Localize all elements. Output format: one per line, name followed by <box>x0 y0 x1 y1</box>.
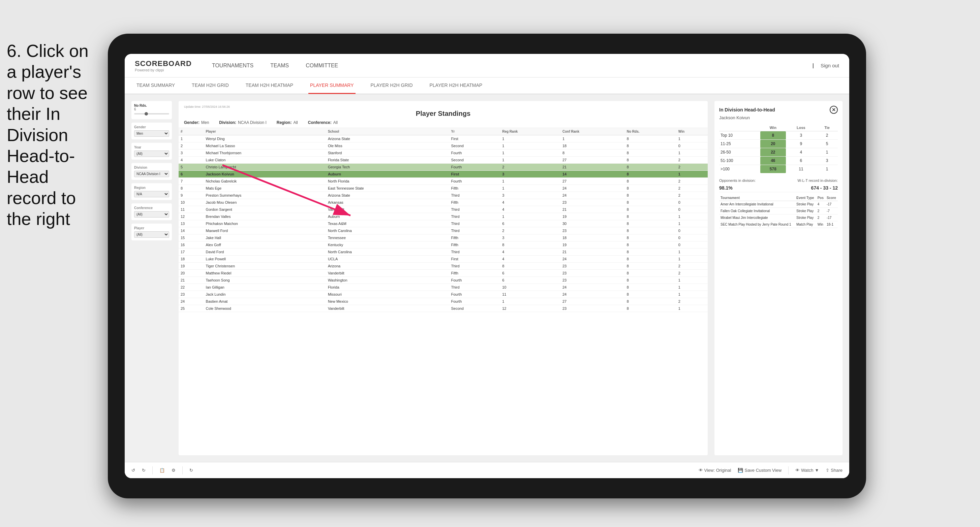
standings-row[interactable]: 22 Ian Gilligan Florida Third 10 24 8 1 <box>178 284 708 291</box>
standings-row[interactable]: 5 Christo Lamprecht Georgia Tech Fourth … <box>178 163 708 171</box>
sub-nav-team-h2h-grid[interactable]: TEAM H2H GRID <box>190 77 231 94</box>
standings-row[interactable]: 4 Luke Claton Florida State Second 1 27 … <box>178 157 708 163</box>
sub-nav-player-h2h-grid[interactable]: PLAYER H2H GRID <box>369 77 415 94</box>
row-reg: 2 <box>500 163 560 171</box>
player-select[interactable]: (All) <box>134 231 169 238</box>
sign-out-button[interactable]: Sign out <box>821 63 839 68</box>
no-rds-slider[interactable] <box>134 113 169 114</box>
update-time: Update time: 27/05/2024 16:56:26 <box>184 105 702 108</box>
sub-nav-team-h2h-heatmap[interactable]: TEAM H2H HEATMAP <box>244 77 295 94</box>
copy-button[interactable]: 📋 <box>159 468 165 473</box>
powered-by: Powered by clippi <box>135 68 192 72</box>
row-school: Vanderbilt <box>326 305 449 312</box>
standings-row[interactable]: 11 Gordon Sargent Vanderbilt Third 4 21 … <box>178 206 708 213</box>
standings-row[interactable]: 7 Nicholas Gabrelcik North Florida Fourt… <box>178 178 708 185</box>
standings-row[interactable]: 25 Cole Sherwood Vanderbilt Second 12 23… <box>178 305 708 312</box>
standings-row[interactable]: 19 Tiger Christensen Arizona Third 8 23 … <box>178 263 708 270</box>
row-win: 0 <box>676 227 708 234</box>
row-school: Vanderbilt <box>326 206 449 213</box>
standings-row[interactable]: 21 Taehoon Song Washington Fourth 6 23 8… <box>178 277 708 284</box>
row-rank: 21 <box>178 277 204 284</box>
row-reg: 11 <box>500 291 560 298</box>
gender-select[interactable]: Men Women <box>134 130 169 137</box>
standings-row[interactable]: 2 Michael La Sasso Ole Miss Second 1 18 … <box>178 143 708 149</box>
row-rds: 8 <box>625 256 676 263</box>
view-original-button[interactable]: 👁 View: Original <box>698 468 731 473</box>
standings-row[interactable]: 20 Matthew Riedel Vanderbilt Fifth 6 23 … <box>178 270 708 277</box>
standings-row[interactable]: 8 Mats Ege East Tennessee State Fifth 1 … <box>178 185 708 192</box>
tablet-screen: SCOREBOARD Powered by clippi TOURNAMENTS… <box>125 54 849 478</box>
standings-table: # Player School Yr Reg Rank Conf Rank No… <box>178 128 708 455</box>
h2h-col-loss: Loss <box>786 124 816 131</box>
h2h-row: 51-100 46 6 3 <box>719 157 838 165</box>
year-select[interactable]: (All) <box>134 151 169 157</box>
standings-row[interactable]: 24 Bastien Amat New Mexico Fourth 1 27 8… <box>178 298 708 305</box>
scoreboard-logo: SCOREBOARD Powered by clippi <box>135 59 192 72</box>
nav-tournaments[interactable]: TOURNAMENTS <box>212 63 253 69</box>
redo-button[interactable]: ↻ <box>142 468 146 473</box>
nav-teams[interactable]: TEAMS <box>270 63 289 69</box>
toolbar-sep-3 <box>788 467 789 475</box>
tournament-row[interactable]: Amer Am Intercollegiate Invitational Str… <box>719 201 838 208</box>
row-win: 2 <box>676 157 708 163</box>
col-player: Player <box>204 128 326 135</box>
col-win: Win <box>676 128 708 135</box>
standings-row[interactable]: 17 David Ford North Carolina Third 4 21 … <box>178 249 708 256</box>
row-conf: 27 <box>560 178 625 185</box>
standings-row[interactable]: 15 Jake Hall Tennessee Fifth 3 18 8 0 <box>178 234 708 241</box>
h2h-tie: 1 <box>816 165 838 173</box>
row-player: Michael Thorbjornsen <box>204 149 326 157</box>
standings-row[interactable]: 18 Luke Powell UCLA First 4 24 8 1 <box>178 256 708 263</box>
no-rds-filter: No Rds. 6 <box>131 101 172 119</box>
col-rank: # <box>178 128 204 135</box>
row-conf: 14 <box>560 171 625 178</box>
standings-row[interactable]: 12 Brendan Valles Auburn Third 1 19 8 1 <box>178 213 708 220</box>
watch-button[interactable]: 👁 Watch ▼ <box>795 468 819 473</box>
division-select[interactable]: NCAA Division I <box>134 171 169 177</box>
row-rank: 20 <box>178 270 204 277</box>
row-reg: 1 <box>500 143 560 149</box>
h2h-loss: 11 <box>786 165 816 173</box>
row-reg: 10 <box>500 284 560 291</box>
h2h-win: 20 <box>760 140 786 148</box>
nav-committee[interactable]: COMMITTEE <box>305 63 338 69</box>
conference-filter: Conference (All) <box>131 203 172 220</box>
toolbar-sep-1 <box>152 467 153 475</box>
bottom-toolbar: ↺ ↻ 📋 ⚙ ↻ 👁 View: Original 💾 Save Custom… <box>125 462 849 478</box>
standings-row[interactable]: 10 Jacob Mou Olesen Arkansas Fifth 4 23 … <box>178 199 708 206</box>
undo-button[interactable]: ↺ <box>131 468 135 473</box>
options-button[interactable]: ⚙ <box>172 468 176 473</box>
t-tournament: Mirabel Maui Jim Intercollegiate <box>719 214 795 221</box>
sub-nav-player-h2h-heatmap[interactable]: PLAYER H2H HEATMAP <box>428 77 484 94</box>
standings-row[interactable]: 1 Wenyi Ding Arizona State First 1 1 8 1 <box>178 135 708 143</box>
standings-row[interactable]: 23 Jack Lundin Missouri Fourth 11 24 8 1 <box>178 291 708 298</box>
tournament-row[interactable]: SEC Match Play Hosted by Jerry Pate Roun… <box>719 221 838 228</box>
tournament-row[interactable]: Mirabel Maui Jim Intercollegiate Stroke … <box>719 214 838 221</box>
h2h-win: 578 <box>760 165 786 173</box>
save-custom-button[interactable]: 💾 Save Custom View <box>738 468 781 473</box>
row-player: Cole Sherwood <box>204 305 326 312</box>
sub-nav-player-summary[interactable]: PLAYER SUMMARY <box>309 77 355 94</box>
row-win: 1 <box>676 220 708 227</box>
h2h-loss: 6 <box>786 157 816 165</box>
h2h-col-tie: Tie <box>816 124 838 131</box>
standings-row[interactable]: 3 Michael Thorbjornsen Stanford Fourth 1… <box>178 149 708 157</box>
filter-conference: Conference: All <box>308 120 338 125</box>
tournament-row[interactable]: Fallen Oak Collegiate Invitational Strok… <box>719 208 838 214</box>
conference-select[interactable]: (All) <box>134 211 169 217</box>
row-rank: 16 <box>178 241 204 249</box>
standings-row[interactable]: 9 Preston Summerhays Arizona State Third… <box>178 192 708 199</box>
standings-row[interactable]: 14 Maxwell Ford North Carolina Third 2 2… <box>178 227 708 234</box>
row-rank: 13 <box>178 220 204 227</box>
standings-row[interactable]: 13 Phichaksn Maichon Texas A&M Third 6 3… <box>178 220 708 227</box>
standings-row[interactable]: 6 Jackson Koivun Auburn First 3 14 8 1 <box>178 171 708 178</box>
sub-nav-team-summary[interactable]: TEAM SUMMARY <box>135 77 177 94</box>
row-school: North Carolina <box>326 227 449 234</box>
h2h-close-button[interactable]: ✕ <box>830 106 838 114</box>
share-button[interactable]: ⇧ Share <box>826 468 843 473</box>
h2h-loss: 9 <box>786 140 816 148</box>
refresh-button[interactable]: ↻ <box>189 468 193 473</box>
h2h-win: 8 <box>760 131 786 140</box>
region-select[interactable]: N/A <box>134 191 169 197</box>
standings-row[interactable]: 16 Alex Goff Kentucky Fifth 8 19 8 0 <box>178 241 708 249</box>
